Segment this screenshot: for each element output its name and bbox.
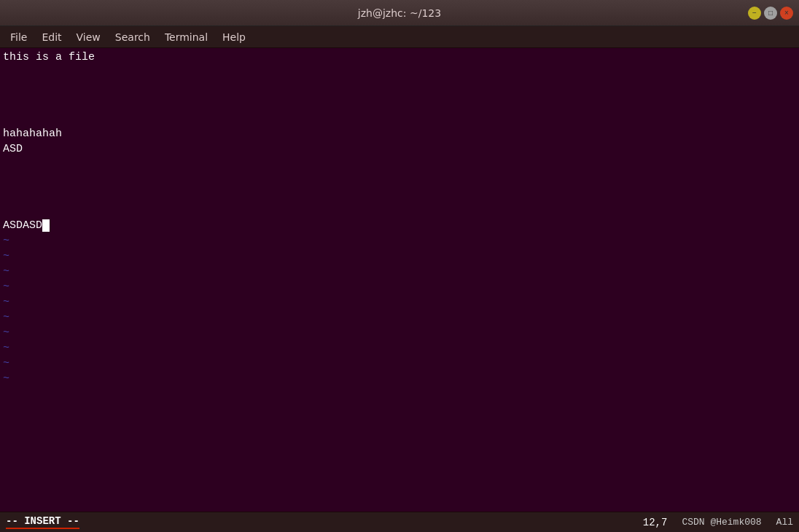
tilde-5: ~ <box>3 294 796 310</box>
menu-help[interactable]: Help <box>215 28 253 46</box>
cursor-position: 12,7 <box>643 517 668 528</box>
status-right-section: 12,7 CSDN @Heimk008 All <box>643 517 799 528</box>
close-button[interactable]: × <box>780 7 793 20</box>
title-bar: jzh@jzhc: ~/123 − □ × <box>0 0 799 26</box>
tilde-9: ~ <box>3 356 796 371</box>
tilde-8: ~ <box>3 340 796 356</box>
tilde-7: ~ <box>3 325 796 340</box>
status-bar: -- INSERT -- 12,7 CSDN @Heimk008 All <box>0 512 799 532</box>
menu-search[interactable]: Search <box>108 28 157 46</box>
minimize-button[interactable]: − <box>748 7 761 20</box>
tilde-10: ~ <box>3 371 796 386</box>
editor-line-6: hahahahah <box>3 126 796 141</box>
insert-mode-label: -- INSERT -- <box>6 515 79 529</box>
menu-file[interactable]: File <box>3 28 34 46</box>
editor-line-7: ASD <box>3 141 796 157</box>
editor-line-12: ASDASD <box>3 218 796 233</box>
window-controls: − □ × <box>748 7 793 20</box>
window-title: jzh@jzhc: ~/123 <box>358 7 441 19</box>
editor-line-2 <box>3 65 796 80</box>
tilde-6: ~ <box>3 310 796 325</box>
editor-line-3 <box>3 80 796 95</box>
terminal-body[interactable]: this is a file hahahahah ASD ASDASD ~ ~ … <box>0 48 799 512</box>
tilde-2: ~ <box>3 249 796 264</box>
editor-line-11 <box>3 203 796 218</box>
editor-line-4 <box>3 95 796 111</box>
tilde-4: ~ <box>3 279 796 294</box>
menu-view[interactable]: View <box>69 28 108 46</box>
tilde-3: ~ <box>3 264 796 279</box>
editor-line-8 <box>3 157 796 172</box>
text-cursor <box>42 219 50 232</box>
status-info-text: CSDN @Heimk008 <box>682 517 761 528</box>
scroll-indicator: All <box>776 517 793 528</box>
editor-line-10 <box>3 187 796 203</box>
tilde-1: ~ <box>3 233 796 249</box>
editor-line-5 <box>3 111 796 126</box>
editor-line-9 <box>3 172 796 187</box>
editor-line-1: this is a file <box>3 50 796 65</box>
menu-terminal[interactable]: Terminal <box>157 28 215 46</box>
maximize-button[interactable]: □ <box>764 7 777 20</box>
editor-mode: -- INSERT -- <box>0 515 85 529</box>
menu-bar: File Edit View Search Terminal Help <box>0 26 799 48</box>
menu-edit[interactable]: Edit <box>34 28 69 46</box>
